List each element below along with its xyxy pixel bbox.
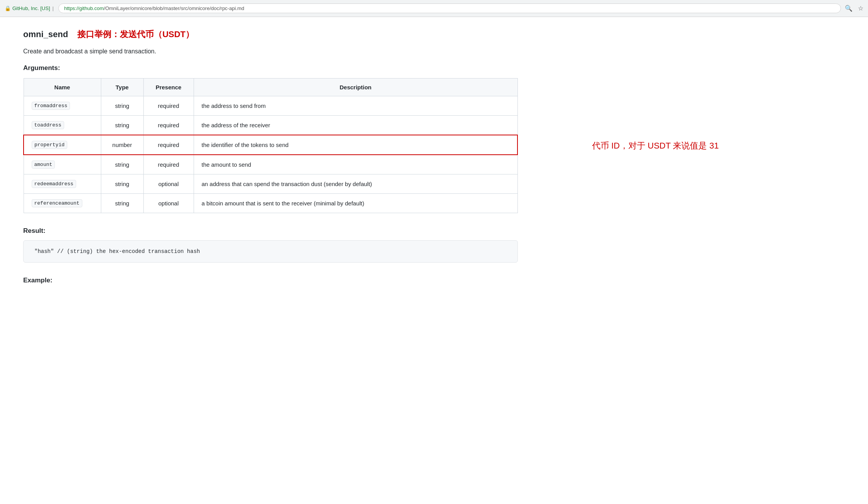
cell-presence: required	[143, 155, 194, 174]
page-content: omni_send 接口举例：发送代币（USDT） Create and bro…	[0, 17, 541, 308]
cell-type: number	[101, 135, 143, 155]
cell-name: amount	[24, 155, 101, 174]
page-subtitle: 接口举例：发送代币（USDT）	[77, 29, 194, 40]
col-header-description: Description	[194, 79, 517, 96]
cell-presence: required	[143, 96, 194, 116]
param-name-code: amount	[32, 161, 55, 169]
result-heading: Result:	[23, 227, 518, 235]
result-code: "hash" // (string) the hex-encoded trans…	[34, 248, 200, 255]
table-row: propertyidnumberrequiredthe identifier o…	[24, 135, 517, 155]
table-row: fromaddressstringrequiredthe address to …	[24, 96, 517, 116]
param-name-code: propertyid	[32, 141, 67, 149]
cell-presence: required	[143, 116, 194, 135]
param-name-code: toaddress	[32, 121, 64, 129]
security-label: GitHub, Inc. [US]	[12, 5, 50, 11]
example-heading: Example:	[23, 277, 518, 284]
page-description: Create and broadcast a simple send trans…	[23, 48, 518, 55]
cell-type: string	[101, 174, 143, 194]
cell-name: referenceamount	[24, 194, 101, 213]
cell-presence: optional	[143, 194, 194, 213]
page-title: omni_send	[23, 29, 68, 39]
arguments-table: Name Type Presence Description fromaddre…	[23, 78, 518, 213]
col-header-type: Type	[101, 79, 143, 96]
cell-description: a bitcoin amount that is sent to the rec…	[194, 194, 517, 213]
cell-description: the identifier of the tokens to send	[194, 135, 517, 155]
cell-presence: optional	[143, 174, 194, 194]
table-row: amountstringrequiredthe amount to send	[24, 155, 517, 174]
col-header-name: Name	[24, 79, 101, 96]
table-container: Name Type Presence Description fromaddre…	[23, 78, 518, 213]
url-path: /OmniLayer/omnicore/blob/master/src/omni…	[104, 5, 244, 11]
param-name-code: referenceamount	[32, 199, 82, 207]
url-bar[interactable]: https://github.com /OmniLayer/omnicore/b…	[58, 3, 841, 13]
bookmark-icon[interactable]: ☆	[858, 5, 863, 12]
result-code-block: "hash" // (string) the hex-encoded trans…	[23, 240, 518, 263]
cell-type: string	[101, 116, 143, 135]
cell-description: the address to send from	[194, 96, 517, 116]
separator: |	[53, 5, 54, 11]
table-row: referenceamountstringoptionala bitcoin a…	[24, 194, 517, 213]
table-header-row: Name Type Presence Description	[24, 79, 517, 96]
cell-name: toaddress	[24, 116, 101, 135]
cell-description: the address of the receiver	[194, 116, 517, 135]
param-name-code: fromaddress	[32, 102, 70, 110]
cell-description: an address that can spend the transactio…	[194, 174, 517, 194]
search-icon[interactable]: 🔍	[845, 5, 853, 12]
param-name-code: redeemaddress	[32, 180, 76, 188]
browser-icons: 🔍 ☆	[845, 5, 863, 12]
title-row: omni_send 接口举例：发送代币（USDT）	[23, 29, 518, 40]
cell-name: propertyid	[24, 135, 101, 155]
cell-name: redeemaddress	[24, 174, 101, 194]
cell-type: string	[101, 96, 143, 116]
cell-description: the amount to send	[194, 155, 517, 174]
highlighted-row-annotation: 代币 ID，对于 USDT 来说值是 31	[592, 140, 719, 152]
col-header-presence: Presence	[143, 79, 194, 96]
security-badge: 🔒 GitHub, Inc. [US] |	[5, 5, 54, 11]
browser-chrome: 🔒 GitHub, Inc. [US] | https://github.com…	[0, 0, 868, 17]
cell-presence: required	[143, 135, 194, 155]
table-row: redeemaddressstringoptionalan address th…	[24, 174, 517, 194]
cell-name: fromaddress	[24, 96, 101, 116]
cell-type: string	[101, 194, 143, 213]
arguments-heading: Arguments:	[23, 64, 518, 72]
lock-icon: 🔒	[5, 5, 11, 11]
cell-type: string	[101, 155, 143, 174]
url-domain: https://github.com	[64, 5, 104, 11]
table-row: toaddressstringrequiredthe address of th…	[24, 116, 517, 135]
